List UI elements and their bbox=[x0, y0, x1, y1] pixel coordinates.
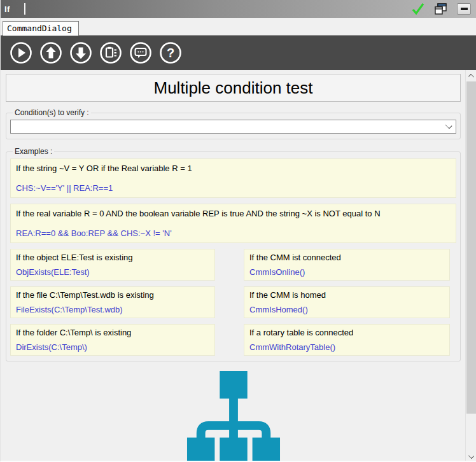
example-description: If the real variable R = 0 AND the boole… bbox=[16, 209, 451, 218]
example-item: If the file C:\Temp\Test.wdb is existing… bbox=[10, 286, 215, 318]
examples-grid: If the object ELE:Test is existing ObjEx… bbox=[10, 249, 456, 356]
tab-command-dialog[interactable]: CommandDialog bbox=[3, 21, 79, 36]
example-code: FileExists(C:\Temp\Test.wdb) bbox=[16, 305, 209, 314]
example-description: If the object ELE:Test is existing bbox=[16, 253, 209, 262]
condition-combobox[interactable] bbox=[10, 120, 456, 134]
minimize-button[interactable] bbox=[457, 3, 471, 15]
example-code: REA:R==0 && Boo:REP && CHS:~X != 'N' bbox=[16, 228, 451, 238]
example-code: CmmIsHomed() bbox=[249, 305, 444, 314]
heading-panel: Multiple condition test bbox=[6, 74, 461, 102]
chevron-down-icon bbox=[468, 453, 474, 459]
flowchart-illustration bbox=[1, 371, 466, 462]
example-description: If a rotary table is connected bbox=[249, 328, 444, 337]
chevron-down-icon bbox=[445, 122, 452, 129]
example-item: If the CMM is homed CmmIsHomed() bbox=[244, 286, 450, 318]
flowchart-icon bbox=[182, 371, 285, 462]
clipboard-list-icon bbox=[99, 41, 122, 64]
float-window-button[interactable] bbox=[434, 3, 448, 15]
help-button[interactable]: ? bbox=[159, 41, 182, 64]
example-description: If the CMM ist connected bbox=[249, 253, 444, 262]
run-button[interactable] bbox=[10, 41, 32, 64]
toolbar: ? bbox=[1, 36, 476, 70]
scrollbar-thumb[interactable] bbox=[466, 81, 476, 414]
dialog-content: Multiple condition test Condition(s) to … bbox=[1, 70, 466, 462]
example-description: If the string ~V = Y OR if the Real vari… bbox=[16, 164, 451, 173]
paste-report-button[interactable] bbox=[99, 41, 122, 64]
example-item: If the CMM ist connected CmmIsOnline() bbox=[244, 249, 450, 281]
cascade-windows-icon bbox=[435, 3, 447, 15]
move-down-button[interactable] bbox=[69, 41, 92, 64]
scroll-down-button[interactable] bbox=[466, 451, 476, 462]
arrow-up-icon bbox=[39, 41, 62, 64]
window-title: If bbox=[4, 4, 10, 14]
check-icon bbox=[411, 3, 425, 15]
example-description: If the folder C:\Temp\ is existing bbox=[16, 328, 209, 337]
example-description: If the file C:\Temp\Test.wdb is existing bbox=[16, 290, 209, 300]
title-bar: If bbox=[1, 0, 476, 18]
comment-bubble-icon bbox=[129, 41, 152, 64]
examples-group: Examples : If the string ~V = Y OR if th… bbox=[6, 147, 461, 361]
chevron-up-icon bbox=[468, 74, 474, 80]
example-item: If the string ~V = Y OR if the Real vari… bbox=[10, 158, 456, 198]
example-code: CHS:~V=='Y' || REA:R==1 bbox=[16, 183, 451, 193]
arrow-down-icon bbox=[69, 41, 92, 64]
svg-text:?: ? bbox=[167, 46, 174, 60]
example-item: If the folder C:\Temp\ is existing DirEx… bbox=[10, 324, 215, 356]
scroll-up-button[interactable] bbox=[466, 70, 476, 81]
example-description: If the CMM is homed bbox=[249, 290, 444, 300]
condition-group: Condition(s) to verify : bbox=[6, 108, 461, 139]
example-item: If the object ELE:Test is existing ObjEx… bbox=[10, 249, 215, 281]
question-mark-icon: ? bbox=[159, 41, 182, 64]
example-item: If a rotary table is connected CmmWithRo… bbox=[244, 324, 450, 356]
play-icon bbox=[10, 41, 32, 64]
vertical-scrollbar[interactable] bbox=[465, 70, 476, 462]
example-code: ObjExists(ELE:Test) bbox=[16, 267, 209, 277]
examples-group-label: Examples : bbox=[13, 147, 54, 156]
comment-button[interactable] bbox=[129, 41, 152, 64]
tab-strip: CommandDialog bbox=[1, 18, 476, 36]
confirm-check-button[interactable] bbox=[411, 3, 425, 15]
condition-group-label: Condition(s) to verify : bbox=[13, 108, 91, 117]
example-code: CmmIsOnline() bbox=[249, 267, 444, 277]
page-title: Multiple condition test bbox=[153, 78, 312, 98]
move-up-button[interactable] bbox=[39, 41, 62, 64]
example-item: If the real variable R = 0 AND the boole… bbox=[10, 204, 456, 243]
example-code: DirExists(C:\Temp\) bbox=[16, 342, 209, 352]
minimize-icon bbox=[461, 8, 468, 10]
title-cursor-bar bbox=[24, 3, 25, 15]
example-code: CmmWithRotaryTable() bbox=[249, 342, 444, 352]
